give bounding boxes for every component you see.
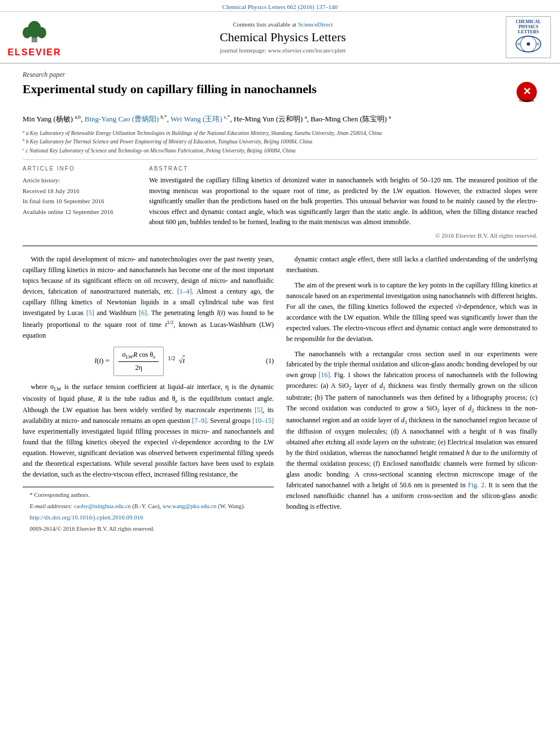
body-col-2: dynamic contact angle effect, there stil… <box>286 254 537 536</box>
svg-text:CrossMark: CrossMark <box>519 99 534 102</box>
equation-1: l(t) = σLWR cos θe 2η 1/2 √t (1) <box>23 347 274 377</box>
authors-line: Min Yang (杨敏) a,b, Bing-Yang Cao (曹炳阳) b… <box>23 113 537 125</box>
article-info-block: Article history: Received 18 July 2016 I… <box>23 175 135 217</box>
elsevier-logo-svg <box>15 17 54 45</box>
affil-c: c c National Key Laboratory of Science a… <box>23 146 537 155</box>
article-container: Research paper Experimental study on cap… <box>0 64 560 547</box>
copyright-line: © 2016 Elsevier B.V. All rights reserved… <box>149 232 537 239</box>
section-divider <box>23 246 537 246</box>
ref-5[interactable]: [5] <box>86 309 94 317</box>
body-para-3: dynamic contact angle effect, there stil… <box>286 254 537 276</box>
affil-b: b b Key Laboratory for Thermal Science a… <box>23 137 537 146</box>
author-link-wang[interactable]: Wei Wang (王玮) <box>170 115 222 123</box>
journal-header: ELSEVIER Contents lists available at Sci… <box>0 12 560 64</box>
article-info-label: ARTICLE INFO <box>23 165 135 172</box>
article-title-row: Experimental study on capillary filling … <box>23 81 537 107</box>
info-abstract-row: ARTICLE INFO Article history: Received 1… <box>23 165 537 239</box>
article-history-label: Article history: <box>23 175 135 186</box>
doi-link[interactable]: http://dx.doi.org/10.1016/j.cplett.2016.… <box>30 514 143 521</box>
article-type: Research paper <box>23 71 537 79</box>
abstract-label: ABSTRACT <box>149 165 537 172</box>
author-link-cao[interactable]: Bing-Yang Cao (曹炳阳) <box>85 115 159 123</box>
received-date: Received 18 July 2016 <box>23 186 135 196</box>
equation-content: l(t) = σLWR cos θe 2η 1/2 √t <box>23 347 257 377</box>
svg-point-2 <box>23 27 32 38</box>
elsevier-wordmark: ELSEVIER <box>7 47 61 58</box>
journal-homepage: journal homepage: www.elsevier.com/locat… <box>60 47 506 54</box>
ref-10-15[interactable]: [10–15] <box>252 417 274 425</box>
svg-point-3 <box>37 27 46 38</box>
contents-available: Contents lists available at ScienceDirec… <box>60 21 506 28</box>
svg-point-7 <box>517 43 520 46</box>
ref-7-9[interactable]: [7–9] <box>192 417 207 425</box>
email-cao[interactable]: caoby@tsinghua.edu.cn <box>74 503 131 509</box>
email-wang[interactable]: ww.wang@pku.edu.cn <box>163 503 217 509</box>
ref-fig2[interactable]: Fig. 2 <box>468 481 484 489</box>
crossmark-logo[interactable]: ✕ CrossMark <box>516 81 537 107</box>
journal-citation: Chemical Physics Letters 662 (2016) 137–… <box>0 0 560 12</box>
ref-16[interactable]: [16] <box>319 371 330 379</box>
affiliations: a a Key Laboratory of Renewable Energy U… <box>23 129 537 160</box>
footnote-email: E-mail addresses: caoby@tsinghua.edu.cn … <box>23 502 274 511</box>
sciencedirect-link[interactable]: ScienceDirect <box>298 21 333 28</box>
ref-5b[interactable]: [5] <box>255 406 262 414</box>
body-columns: With the rapid development of micro- and… <box>23 254 537 536</box>
in-final-form-date: In final form 10 September 2016 <box>23 196 135 207</box>
issn-line: 0009-2614/© 2016 Elsevier B.V. All right… <box>23 525 274 534</box>
crossmark-icon: ✕ CrossMark <box>516 81 537 103</box>
ref-1-4[interactable]: [1–4] <box>177 287 192 295</box>
affil-a: a a Key Laboratory of Renewable Energy U… <box>23 129 537 137</box>
elsevier-logo: ELSEVIER <box>9 17 60 58</box>
article-info-col: ARTICLE INFO Article history: Received 1… <box>23 165 135 239</box>
svg-point-6 <box>527 42 530 46</box>
cpl-logo-box: CHEMICALPHYSICSLETTERS <box>506 16 551 58</box>
doi-line: http://dx.doi.org/10.1016/j.cplett.2016.… <box>23 513 274 522</box>
equation-number: (1) <box>257 356 274 366</box>
journal-name-block: Contents lists available at ScienceDirec… <box>60 21 506 54</box>
body-para-4: The aim of the present work is to captur… <box>286 280 537 344</box>
journal-title: Chemical Physics Letters <box>60 30 506 45</box>
footnote-area: * Corresponding authors. E-mail addresse… <box>23 487 274 534</box>
svg-text:✕: ✕ <box>523 86 531 97</box>
ref-6[interactable]: [6] <box>139 309 147 317</box>
cpl-logo-image <box>513 34 544 54</box>
svg-point-8 <box>536 43 539 46</box>
article-title: Experimental study on capillary filling … <box>23 81 508 98</box>
body-para-2: where σLW is the surface tension coeffic… <box>23 382 274 480</box>
available-online-date: Available online 12 September 2016 <box>23 207 135 217</box>
abstract-col: ABSTRACT We investigated the capillary f… <box>149 165 537 239</box>
abstract-text: We investigated the capillary filling ki… <box>149 175 537 228</box>
body-para-1: With the rapid development of micro- and… <box>23 254 274 341</box>
body-para-5: The nanochannels with a rectangular cros… <box>286 349 537 512</box>
body-col-1: With the rapid development of micro- and… <box>23 254 274 536</box>
footnote-star: * Corresponding authors. <box>23 491 274 500</box>
